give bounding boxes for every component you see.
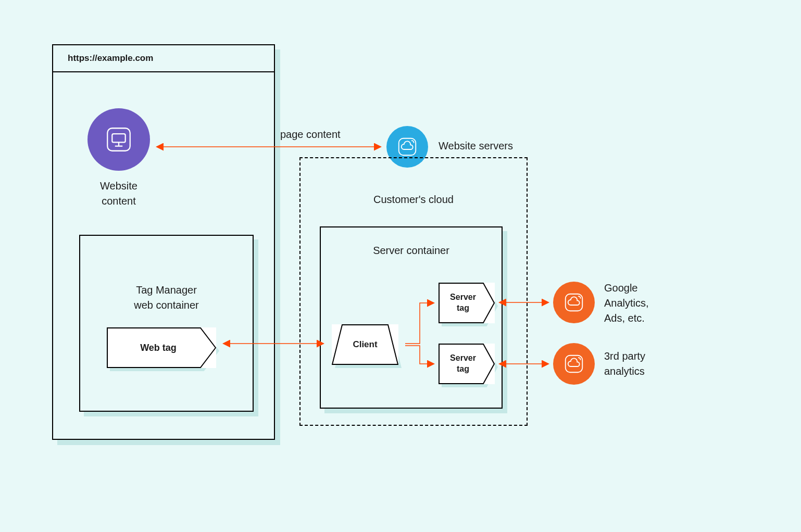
server-tag-1-node: Server tag [439, 283, 495, 323]
cloud-icon [397, 136, 418, 157]
monitor-icon [104, 124, 134, 155]
web-tag-node: Web tag [107, 327, 216, 368]
web-container-label: Tag Manager web container [79, 283, 254, 313]
browser-url-text: https://example.com [68, 53, 153, 64]
web-container-box [79, 235, 254, 412]
website-content-label: Website content [87, 179, 150, 209]
server-container-label: Server container [320, 245, 503, 257]
page-content-label: page content [280, 129, 341, 141]
client-node: Client [332, 324, 398, 365]
google-destination-label: Google Analytics, Ads, etc. [604, 281, 698, 326]
server-tag-2-label: Server tag [450, 353, 483, 375]
cloud-icon [564, 353, 584, 374]
website-servers-label: Website servers [439, 140, 513, 152]
svg-rect-0 [107, 128, 130, 151]
svg-rect-1 [112, 134, 125, 142]
web-tag-label: Web tag [140, 343, 183, 353]
third-party-destination-node [553, 343, 595, 385]
server-tag-2-node: Server tag [439, 344, 495, 384]
server-tag-1-label: Server tag [450, 292, 483, 314]
customer-cloud-label: Customer's cloud [299, 194, 528, 206]
third-party-destination-label: 3rd party analytics [604, 349, 698, 379]
website-content-node [87, 108, 150, 171]
google-destination-node [553, 282, 595, 323]
cloud-icon [564, 292, 584, 313]
client-label: Client [353, 339, 377, 350]
browser-url-bar: https://example.com [53, 45, 274, 72]
